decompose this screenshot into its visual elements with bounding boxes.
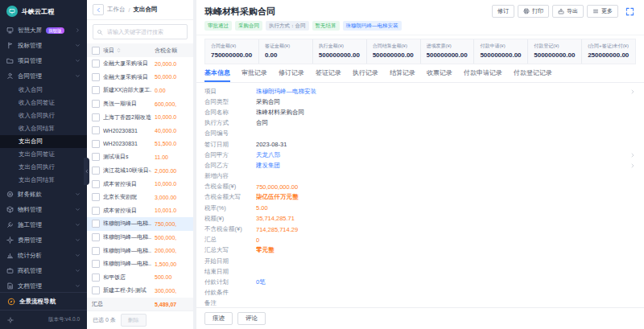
sidebar-item[interactable]: 文档管理: [0, 278, 87, 292]
breadcrumb-parent[interactable]: 工作台: [107, 6, 126, 14]
field-value[interactable]: 建发集团: [256, 162, 626, 170]
more-button[interactable]: 更多: [587, 5, 618, 18]
sidebar-item-flow-nav[interactable]: 全景流程导航: [0, 293, 87, 310]
tab-item[interactable]: 审批记录: [242, 68, 267, 82]
revise-button[interactable]: 修订: [492, 5, 514, 18]
tab-item[interactable]: 收票记录: [427, 68, 452, 82]
sidebar-subitem[interactable]: 支出合同签证: [0, 148, 87, 161]
tab-item[interactable]: 付款申请记录: [464, 68, 502, 82]
sidebar-subitem-active[interactable]: 支出合同: [0, 135, 87, 148]
row-checkbox[interactable]: [92, 73, 100, 81]
sidebar-item[interactable]: 财务账款: [0, 187, 87, 202]
row-checkbox[interactable]: [92, 113, 100, 121]
sidebar-item[interactable]: 合同管理: [0, 68, 87, 84]
row-checkbox[interactable]: [92, 273, 100, 282]
sort-icon[interactable]: [116, 47, 122, 53]
chevron-down-icon: [75, 222, 80, 228]
row-checkbox[interactable]: [92, 140, 100, 148]
sidebar-item[interactable]: 投标管理: [0, 38, 87, 53]
list-item[interactable]: 测试项目s11.00: [87, 150, 193, 164]
tab-item[interactable]: 修订记录: [279, 68, 304, 82]
print-button[interactable]: 打印: [518, 5, 549, 18]
row-checkbox[interactable]: [92, 180, 100, 188]
project-name: WH20230831: [103, 128, 151, 134]
trace-button[interactable]: 痕迹: [204, 312, 233, 325]
row-checkbox[interactable]: [92, 207, 100, 215]
row-amount: 10,000.0: [155, 114, 188, 120]
sidebar-item[interactable]: 施工管理: [0, 217, 87, 232]
row-checkbox[interactable]: [92, 286, 100, 294]
chevron-down-icon: [75, 207, 80, 212]
stats-icon: [6, 252, 14, 259]
list-item[interactable]: 金融大厦采购项目50,000.0: [87, 71, 193, 84]
list-item[interactable]: 新建工程-刘-测试300,000,: [87, 284, 193, 298]
field-value[interactable]: 0笔: [256, 278, 636, 286]
list-item[interactable]: 新建XX治部大厦工...0.00: [87, 84, 193, 97]
sidebar-subitem[interactable]: 收入合同结算: [0, 122, 87, 135]
sidebar-item[interactable]: 智慧大屏旗舰版: [0, 23, 87, 38]
stat-value: 750000000.00: [211, 51, 253, 59]
field-value[interactable]: 天龙八部: [256, 151, 626, 159]
list-item[interactable]: 和平饭店500.00: [87, 271, 193, 285]
row-checkbox[interactable]: [92, 193, 100, 201]
sidebar-item[interactable]: 费用管理: [0, 232, 87, 248]
row-checkbox[interactable]: [92, 260, 100, 268]
back-button[interactable]: [93, 4, 104, 15]
fullscreen-button[interactable]: [623, 5, 636, 18]
list-item[interactable]: WH2023083140,000.0: [87, 124, 193, 138]
row-checkbox[interactable]: [92, 86, 100, 94]
row-checkbox[interactable]: [92, 100, 100, 108]
row-amount: 750,000,: [155, 221, 188, 227]
row-checkbox[interactable]: [92, 220, 100, 228]
row-checkbox[interactable]: [92, 167, 100, 175]
row-checkbox[interactable]: [92, 247, 100, 255]
search-input[interactable]: [105, 28, 184, 35]
select-all-checkbox[interactable]: [92, 47, 100, 55]
list-item[interactable]: 珠穆朗玛峰—电梯...1,500,00: [87, 257, 193, 271]
project-name: 成本管控项目: [103, 180, 151, 188]
tab-item[interactable]: 执行记录: [353, 68, 378, 82]
gear-icon[interactable]: [7, 317, 14, 323]
row-checkbox[interactable]: [92, 233, 100, 241]
tab-item[interactable]: 结算记录: [390, 68, 415, 82]
panel-collapse-handle[interactable]: [84, 158, 89, 185]
material-icon: [6, 206, 14, 213]
row-checkbox[interactable]: [92, 126, 100, 134]
list-item[interactable]: 漓江花城10联项目-...2,000.00: [87, 164, 193, 178]
sidebar-subitem[interactable]: 收入合同执行: [0, 109, 87, 122]
row-checkbox[interactable]: [92, 153, 100, 161]
sidebar-item-label: 商机管理: [18, 267, 42, 275]
list-item[interactable]: 奥强一期项目600,000,: [87, 97, 193, 111]
sidebar-item[interactable]: 统计分析: [0, 248, 87, 263]
tab-item[interactable]: 签证记录: [316, 68, 341, 82]
field-row: 合同名称珠峰材料采购合同: [204, 107, 636, 117]
list-item[interactable]: 珠穆朗玛峰—电梯...200,000,: [87, 244, 193, 257]
list-item[interactable]: 北京长安剧院3,000.00: [87, 191, 193, 204]
list-item[interactable]: 上海丁香园2期改造...10,000.0: [87, 110, 193, 124]
list-item[interactable]: WH2023083151,500.0: [87, 138, 193, 151]
breadcrumb: 工作台 / 支出合同: [87, 0, 193, 20]
sidebar-subitem[interactable]: 支出合同结算: [0, 174, 87, 187]
list-item[interactable]: 珠穆朗玛峰—电梯...750,000,: [87, 217, 193, 231]
list-item[interactable]: 金融大厦采购项目20,000.0: [87, 57, 193, 71]
comment-button[interactable]: 评论: [237, 312, 266, 325]
field-row: 合同乙方建发集团: [204, 160, 636, 171]
delete-button[interactable]: 删除: [121, 314, 147, 327]
tab-active[interactable]: 基本信息: [204, 68, 230, 82]
sidebar-subitem[interactable]: 支出合同执行: [0, 161, 87, 174]
tab-item[interactable]: 付款登记记录: [514, 68, 552, 82]
sidebar-item[interactable]: 物料管理: [0, 202, 87, 217]
field-value[interactable]: 珠穆朗玛峰—电梯安装: [256, 88, 626, 96]
sidebar-subitem[interactable]: 收入合同签证: [0, 97, 87, 109]
status-tag: 执行方式：合同: [266, 21, 309, 31]
list-item[interactable]: 成本管控项目10,001.0: [87, 204, 193, 218]
row-checkbox[interactable]: [92, 60, 100, 68]
sidebar-subitem[interactable]: 收入合同: [0, 84, 87, 97]
list-item[interactable]: 成本管控项目10,000.0: [87, 177, 193, 191]
page-title: 珠峰材料采购合同: [204, 6, 492, 18]
export-button[interactable]: 导出: [552, 5, 584, 18]
sidebar-item[interactable]: 商机管理: [0, 263, 87, 278]
sidebar-item[interactable]: 项目管理: [0, 53, 87, 68]
list-item[interactable]: 珠穆朗玛峰—电梯...500,000,: [87, 231, 193, 245]
field-row: 含税金额大写柒亿伍仟万元整: [204, 192, 636, 203]
